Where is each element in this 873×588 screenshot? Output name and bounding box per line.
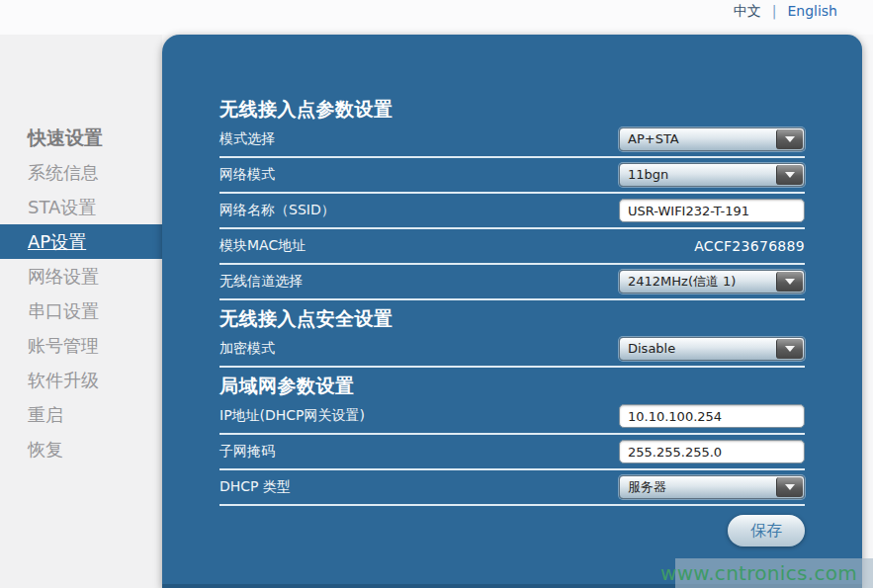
sidebar-item-firmware-upgrade[interactable]: 软件升级 [0,363,162,397]
ip-address-label: IP地址(DHCP网关设置) [219,407,365,425]
sidebar-item-system-info[interactable]: 系统信息 [0,155,162,190]
mode-select-value: AP+STA [620,128,679,150]
network-mode-label: 网络模式 [219,166,275,184]
section-title-lan-params: 局域网参数设置 [219,373,805,398]
lang-separator: | [772,3,777,19]
mode-label: 模式选择 [219,130,275,148]
sidebar: 快速设置 系统信息 STA设置 AP设置 网络设置 串口设置 账号管理 软件升级… [0,35,162,588]
row-ssid: 网络名称（SSID） [219,194,805,229]
dhcp-type-label: DHCP 类型 [219,478,291,496]
row-subnet-mask: 子网掩码 [219,435,805,470]
row-dhcp-type: DHCP 类型 服务器 [219,470,805,506]
chevron-down-icon[interactable] [776,272,803,292]
sidebar-item-restore[interactable]: 恢复 [0,432,162,466]
network-mode-select-value: 11bgn [620,164,668,186]
row-ip-address: IP地址(DHCP网关设置) [219,399,805,435]
ssid-label: 网络名称（SSID） [219,202,335,219]
sidebar-item-account-mgmt[interactable]: 账号管理 [0,328,162,363]
sidebar-item-network-settings[interactable]: 网络设置 [0,259,162,294]
subnet-mask-label: 子网掩码 [219,443,275,461]
sidebar-item-restart[interactable]: 重启 [0,397,162,432]
row-mode: 模式选择 AP+STA [219,123,805,158]
lang-english-link[interactable]: English [787,3,837,19]
sidebar-item-sta-settings[interactable]: STA设置 [0,190,162,224]
subnet-mask-input[interactable] [619,440,805,463]
sidebar-menu: 快速设置 系统信息 STA设置 AP设置 网络设置 串口设置 账号管理 软件升级… [0,121,162,466]
save-button[interactable]: 保存 [728,515,805,546]
ip-address-input[interactable] [619,404,805,428]
language-bar: 中文 | English [0,0,873,35]
settings-form: 无线接入点参数设置 模式选择 AP+STA 网络模式 11bgn 网络名称（SS… [219,35,805,546]
encryption-select-value: Disable [620,338,675,360]
watermark: www.cntronics.com [675,558,873,588]
chevron-down-icon[interactable] [776,129,803,149]
sidebar-item-serial-settings[interactable]: 串口设置 [0,294,162,328]
sidebar-item-ap-settings[interactable]: AP设置 [0,224,162,259]
channel-select[interactable]: 2412MHz(信道 1) [619,270,805,294]
sidebar-item-quick-setup[interactable]: 快速设置 [0,121,162,155]
watermark-text: www.cntronics.com [660,561,857,585]
dhcp-type-select-value: 服务器 [620,476,666,498]
network-mode-select[interactable]: 11bgn [619,163,805,187]
row-mac-address: 模块MAC地址 ACCF23676889 [219,229,805,265]
settings-panel: 无线接入点参数设置 模式选择 AP+STA 网络模式 11bgn 网络名称（SS… [162,35,862,588]
encryption-label: 加密模式 [219,340,275,358]
chevron-down-icon[interactable] [776,477,803,497]
save-row: 保存 [219,515,805,546]
section-title-ap-params: 无线接入点参数设置 [219,96,805,122]
channel-select-value: 2412MHz(信道 1) [620,271,736,293]
section-title-ap-security: 无线接入点安全设置 [219,305,805,331]
row-encryption: 加密模式 Disable [219,332,805,368]
mac-address-label: 模块MAC地址 [219,237,306,255]
mode-select[interactable]: AP+STA [619,127,805,151]
row-channel: 无线信道选择 2412MHz(信道 1) [219,265,805,300]
dhcp-type-select[interactable]: 服务器 [619,475,805,499]
mac-address-value: ACCF23676889 [694,238,805,254]
lang-chinese-link[interactable]: 中文 [734,3,761,21]
row-network-mode: 网络模式 11bgn [219,158,805,194]
channel-label: 无线信道选择 [219,273,303,291]
chevron-down-icon[interactable] [776,339,803,359]
chevron-down-icon[interactable] [776,165,803,185]
ssid-input[interactable] [619,199,805,222]
encryption-select[interactable]: Disable [619,337,805,361]
